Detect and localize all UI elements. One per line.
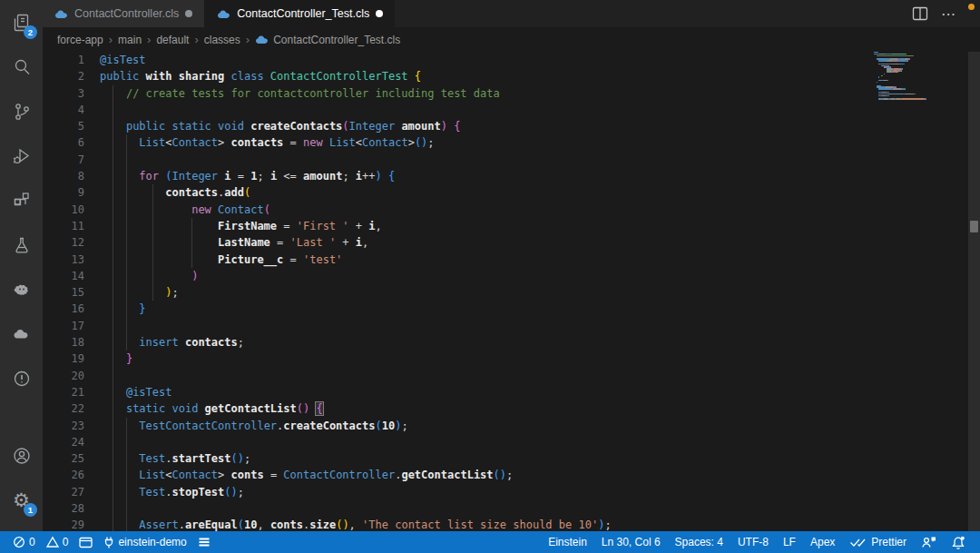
- status-encoding[interactable]: UTF-8: [730, 531, 776, 553]
- indent-guide: [191, 218, 192, 234]
- code-line[interactable]: 10 new Contact(: [43, 202, 874, 218]
- code-line[interactable]: 4: [43, 102, 874, 118]
- split-editor-icon[interactable]: [912, 6, 928, 21]
- code-line[interactable]: 28: [43, 500, 874, 517]
- breadcrumb-item[interactable]: force-app: [57, 34, 103, 46]
- code-line[interactable]: 16 }: [43, 301, 874, 317]
- code-line[interactable]: 15 );: [43, 284, 874, 301]
- code-line[interactable]: 13 Picture__c = 'test': [43, 252, 874, 268]
- code-line[interactable]: 8 for (Integer i = 1; i <= amount; i++) …: [43, 168, 874, 184]
- status-language-mode[interactable]: Apex: [803, 531, 842, 553]
- token-pn: ;: [238, 486, 244, 499]
- token-b3: (): [494, 469, 506, 481]
- minimap-line: [874, 98, 965, 100]
- line-number: 17: [43, 318, 84, 334]
- modified-dot-icon[interactable]: [185, 10, 192, 17]
- code-line[interactable]: 9 contacts.add(: [43, 184, 874, 201]
- code-line[interactable]: 24: [43, 434, 874, 450]
- code-line[interactable]: 12 LastName = 'Last ' + i,: [43, 234, 874, 251]
- status-formatter-prettier[interactable]: Prettier: [842, 531, 914, 553]
- status-problems-errors[interactable]: 0: [7, 531, 41, 553]
- breadcrumb-item[interactable]: main: [118, 34, 142, 46]
- code-editor[interactable]: 1@isTest2public with sharing class Conta…: [43, 52, 874, 531]
- sidebar-item-source-control[interactable]: [0, 98, 43, 125]
- code-line[interactable]: 1@isTest: [43, 52, 874, 68]
- status-indentation[interactable]: Spaces: 4: [668, 531, 730, 553]
- status-bar: 00einstein-demo EinsteinLn 30, Col 6Spac…: [0, 531, 980, 553]
- code-line[interactable]: 5 public static void createContacts(Inte…: [43, 118, 874, 134]
- sidebar-item-account[interactable]: [0, 442, 43, 469]
- sidebar-item-org-browser[interactable]: [0, 321, 43, 348]
- token-id: i: [270, 170, 283, 183]
- code-line[interactable]: 22 static void getContactList() {: [43, 400, 874, 417]
- code-line[interactable]: 6 List<Contact> contacts = new List<Cont…: [43, 134, 874, 151]
- run-debug-icon: [11, 145, 33, 167]
- line-content: );: [100, 284, 179, 301]
- minimap-segment: [887, 72, 894, 73]
- minimap[interactable]: [874, 52, 965, 531]
- line-number: 1: [43, 52, 84, 68]
- breadcrumb-item[interactable]: default: [156, 34, 189, 46]
- status-feedback[interactable]: [914, 531, 944, 553]
- code-line[interactable]: 3 // create tests for contactcontroller …: [43, 85, 874, 102]
- sidebar-item-testing[interactable]: [0, 232, 43, 259]
- code-line[interactable]: 20: [43, 368, 874, 384]
- scrollbar[interactable]: [968, 52, 980, 531]
- code-line[interactable]: 19 }: [43, 351, 874, 367]
- tab-inactive[interactable]: ContactController.cls: [43, 0, 205, 27]
- account-icon: [11, 445, 33, 467]
- code-line[interactable]: 25 Test.startTest();: [43, 450, 874, 467]
- code-line[interactable]: 17: [43, 318, 874, 334]
- status-label: Einstein: [548, 536, 587, 548]
- sidebar-item-problems[interactable]: [0, 365, 43, 392]
- sidebar-item-search[interactable]: [0, 54, 43, 81]
- tab-active[interactable]: ContactController_Test.cls: [205, 0, 395, 27]
- code-line[interactable]: 29 Assert.areEqual(10, conts.size(), 'Th…: [43, 517, 874, 531]
- code-line[interactable]: 2public with sharing class ContactContro…: [43, 68, 874, 84]
- indent-guide: [152, 252, 153, 268]
- status-problems-warnings[interactable]: 0: [41, 531, 74, 553]
- code-line[interactable]: 21 @isTest: [43, 384, 874, 400]
- code-line[interactable]: 11 FirstName = 'First ' + i,: [43, 218, 874, 234]
- status-einstein-status[interactable]: Einstein: [541, 531, 594, 553]
- indent-guide: [152, 184, 153, 201]
- sidebar-item-settings[interactable]: ⚙1: [0, 487, 43, 514]
- line-number: 29: [43, 517, 84, 531]
- minimap-segment: [887, 80, 888, 81]
- code-line[interactable]: 27 Test.stopTest();: [43, 484, 874, 500]
- cloud-icon: [11, 323, 33, 345]
- token-nu: 10: [244, 518, 257, 531]
- indent-guide: [113, 384, 113, 400]
- minimap-segment: [905, 88, 906, 89]
- status-default-org[interactable]: einstein-demo: [98, 531, 191, 553]
- apex-file-icon: [54, 9, 68, 19]
- status-org-browser-window[interactable]: [74, 531, 98, 553]
- code-line[interactable]: 18 insert contacts;: [43, 334, 874, 351]
- sidebar-item-einstein-codey[interactable]: [0, 276, 43, 303]
- badge-explorer: 2: [24, 25, 37, 39]
- token-pn: <=: [283, 170, 303, 183]
- token-typ: TestContactController: [139, 420, 277, 432]
- status-cursor-position[interactable]: Ln 30, Col 6: [594, 531, 668, 553]
- status-eol[interactable]: LF: [776, 531, 803, 553]
- status-notifications[interactable]: [944, 531, 973, 553]
- sidebar-item-explorer[interactable]: 2: [0, 9, 43, 36]
- token-kw: class: [231, 70, 270, 83]
- breadcrumb-item[interactable]: classes: [204, 34, 240, 46]
- modified-dot-icon[interactable]: [376, 10, 383, 17]
- indent-guide: [113, 284, 113, 301]
- code-line[interactable]: 26 List<Contact> conts = ContactControll…: [43, 467, 874, 483]
- indent-guide: [126, 500, 127, 517]
- code-line[interactable]: 7: [43, 152, 874, 168]
- list-menu-icon: [198, 537, 211, 548]
- sidebar-item-run-debug[interactable]: [0, 143, 43, 170]
- token-id: createContacts: [283, 420, 375, 432]
- code-line[interactable]: 23 TestContactController.createContacts(…: [43, 418, 874, 434]
- sidebar-item-extensions[interactable]: [0, 187, 43, 214]
- editor-tab-bar: ContactController.clsContactController_T…: [43, 0, 980, 27]
- more-actions-icon[interactable]: ⋯: [941, 5, 956, 23]
- breadcrumb-file[interactable]: ContactController_Test.cls: [255, 34, 400, 46]
- code-line[interactable]: 14 ): [43, 268, 874, 284]
- status-task-list[interactable]: [192, 531, 216, 553]
- indent-guide: [113, 418, 113, 434]
